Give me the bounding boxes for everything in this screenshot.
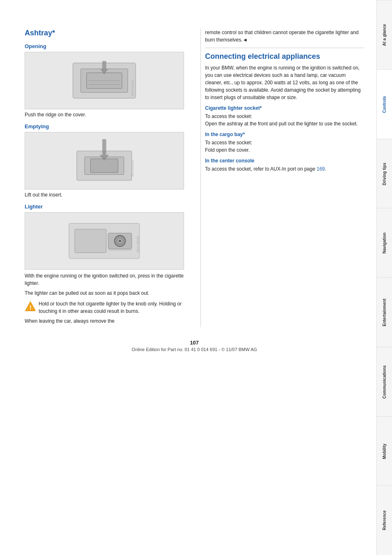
left-column: Ashtray* Opening WC6.41ED10 Push the rid… xyxy=(25,29,188,327)
page-169-link[interactable]: 169 xyxy=(316,166,325,172)
svg-point-15 xyxy=(119,240,121,242)
svg-rect-8 xyxy=(91,159,118,172)
opening-image: WC6.41ED10 xyxy=(25,52,184,109)
lighter-para3: When leaving the car, always remove the xyxy=(25,317,184,325)
emptying-image: WC6.41ED11 xyxy=(25,132,184,190)
sidebar-tab-at-a-glance[interactable]: At a glance xyxy=(377,0,392,69)
right-column: remote control so that children cannot o… xyxy=(201,29,364,327)
divider xyxy=(205,48,364,48)
cargo-bay-body: To access the socket:Fold open the cover… xyxy=(205,139,364,154)
lighter-subtitle: Lighter xyxy=(25,204,184,210)
main-content: Ashtray* Opening WC6.41ED10 Push the rid… xyxy=(0,0,376,555)
sidebar-tab-controls[interactable]: Controls xyxy=(377,69,392,139)
lighter-para2: The lighter can be pulled out as soon as… xyxy=(25,289,184,297)
cigarette-lighter-subtitle: Cigarette lighter socket* xyxy=(205,105,364,111)
sidebar-tab-navigation[interactable]: Navigation xyxy=(377,208,392,278)
sidebar-tab-reference[interactable]: Reference xyxy=(377,486,392,555)
warning-box: ! Hold or touch the hot cigarette lighte… xyxy=(25,300,184,315)
page-number: 107 xyxy=(25,340,364,346)
center-console-subtitle: In the center console xyxy=(205,158,364,164)
svg-text:WC6.41ED10: WC6.41ED10 xyxy=(131,79,134,96)
emptying-caption: Lift out the insert. xyxy=(25,192,184,198)
sidebar-tab-driving-tips[interactable]: Driving tips xyxy=(377,139,392,208)
cigarette-lighter-body: To access the socket:Open the ashtray at… xyxy=(205,113,364,127)
connecting-body: In your BMW, when the engine is running … xyxy=(205,64,364,101)
lighter-image: WC6.4AED04 xyxy=(25,212,184,270)
sidebar-tab-mobility[interactable]: Mobility xyxy=(377,416,392,486)
svg-rect-11 xyxy=(75,229,106,252)
connecting-title: Connecting electrical appliances xyxy=(205,52,364,61)
svg-text:!: ! xyxy=(30,304,32,311)
sidebar-tab-communications[interactable]: Communications xyxy=(377,347,392,416)
sidebar-tab-entertainment[interactable]: Entertainment xyxy=(377,278,392,347)
center-console-body: To access the socket, refer to AUX-In po… xyxy=(205,165,364,173)
lighter-para1: With the engine running or the ignition … xyxy=(25,272,184,287)
ashtray-title: Ashtray* xyxy=(25,29,184,37)
svg-text:WC6.4AED04: WC6.4AED04 xyxy=(136,236,139,253)
sidebar: At a glance Controls Driving tips Naviga… xyxy=(376,0,392,555)
intro-text: remote control so that children cannot o… xyxy=(205,29,364,44)
svg-text:WC6.41ED11: WC6.41ED11 xyxy=(131,160,134,176)
warning-icon: ! xyxy=(25,301,36,312)
emptying-subtitle: Emptying xyxy=(25,123,184,130)
cargo-bay-subtitle: In the cargo bay* xyxy=(205,132,364,137)
footer-text: Online Edition for Part no. 01 41 0 014 … xyxy=(131,347,257,352)
opening-subtitle: Opening xyxy=(25,43,184,49)
connecting-title-text: Connecting electrical appliances xyxy=(205,52,320,60)
warning-text: Hold or touch the hot cigarette lighter … xyxy=(39,300,184,315)
opening-caption: Push the ridge on the cover. xyxy=(25,112,184,118)
page-footer: 107 Online Edition for Part no. 01 41 0 … xyxy=(25,340,364,360)
